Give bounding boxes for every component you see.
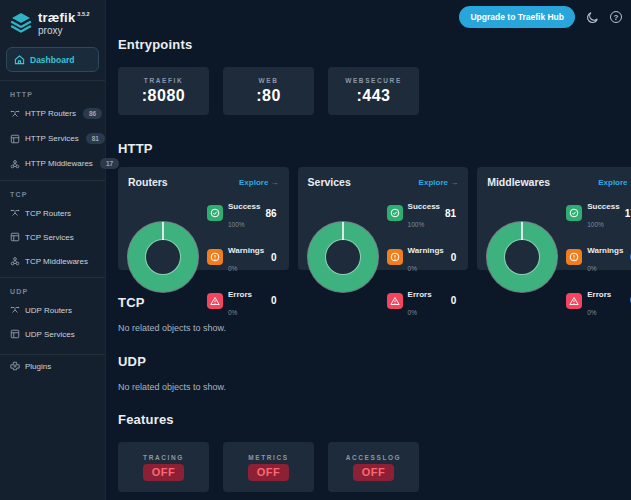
help-button[interactable]: ? (610, 11, 622, 23)
stat-label: Success (587, 202, 619, 211)
upgrade-to-traefik-hub-button[interactable]: Upgrade to Traefik Hub (459, 6, 575, 28)
services-icon (10, 232, 20, 242)
sidebar-item-label: Dashboard (30, 55, 74, 65)
status-badge: OFF (248, 464, 290, 481)
router-icon (10, 109, 20, 119)
stat-value: 17 (625, 208, 631, 219)
stat-percent: 100% (228, 221, 245, 228)
explore-services-link[interactable]: Explore → (419, 178, 459, 187)
entrypoint-card-web: WEB :80 (223, 67, 314, 115)
stat-percent: 100% (587, 221, 604, 228)
entrypoint-name: TRAEFIK (144, 77, 183, 84)
udp-heading: UDP (118, 354, 622, 369)
plugins-icon (10, 361, 20, 371)
stat-label: Success (408, 202, 440, 211)
home-icon (14, 54, 25, 65)
http-heading: HTTP (118, 141, 622, 156)
sidebar-item-label: TCP Routers (25, 209, 71, 218)
sidebar-item-label: UDP Services (25, 330, 75, 339)
stat-label: Warnings (408, 246, 444, 255)
feature-name: TRACING (143, 454, 184, 461)
sidebar-item-tcp-services[interactable]: TCP Services (0, 225, 105, 249)
sidebar-section-http: HTTP HTTP Routers 86 HTTP Services 81 HT… (0, 80, 105, 180)
entrypoint-name: WEBSECURE (345, 77, 402, 84)
explore-routers-link[interactable]: Explore → (239, 178, 279, 187)
stat-percent: 0% (587, 309, 596, 316)
status-badge: OFF (143, 464, 185, 481)
entrypoint-card-traefik: TRAEFIK :8080 (118, 67, 209, 115)
http-cards: Routers Explore → Success100% 86 Warning… (118, 167, 622, 270)
sidebar-item-label: HTTP Services (25, 134, 79, 143)
feature-card-accesslog: ACCESSLOG OFF (328, 442, 419, 492)
stat-percent: 0% (408, 309, 417, 316)
feature-card-tracing: TRACING OFF (118, 442, 209, 492)
brand-subtitle: proxy (38, 26, 90, 36)
sidebar-item-label: TCP Middlewares (25, 257, 88, 266)
entrypoints-cards: TRAEFIK :8080 WEB :80 WEBSECURE :443 (118, 67, 622, 115)
stat-value: 81 (445, 208, 458, 219)
stat-percent: 100% (408, 221, 425, 228)
card-title: Services (308, 176, 351, 188)
sidebar-item-label: Plugins (25, 362, 51, 371)
stat-percent: 0% (587, 265, 596, 272)
entrypoint-port: :8080 (142, 87, 185, 105)
card-title: Routers (128, 176, 168, 188)
tcp-empty-message: No related objects to show. (118, 323, 622, 333)
entrypoints-heading: Entrypoints (118, 37, 622, 52)
middlewares-icon (10, 256, 20, 266)
warning-icon (566, 249, 582, 265)
main-content: Upgrade to Traefik Hub ? Entrypoints TRA… (106, 0, 631, 500)
explore-middlewares-link[interactable]: Explore → (598, 178, 631, 187)
entrypoint-name: WEB (259, 77, 279, 84)
warning-icon (387, 249, 403, 265)
sidebar-item-udp-services[interactable]: UDP Services (0, 322, 105, 346)
stat-percent: 0% (228, 265, 237, 272)
feature-name: METRICS (248, 454, 288, 461)
sidebar-item-udp-routers[interactable]: UDP Routers (0, 298, 105, 322)
stat-value: 86 (265, 208, 278, 219)
sidebar-item-label: HTTP Middlewares (25, 159, 93, 168)
stat-label: Warnings (587, 246, 623, 255)
entrypoint-port: :80 (256, 87, 281, 105)
sidebar-item-http-middlewares[interactable]: HTTP Middlewares 17 (0, 151, 105, 176)
status-badge: OFF (353, 464, 395, 481)
stat-value: 0 (451, 252, 459, 263)
card-title: Middlewares (487, 176, 550, 188)
version-label: 3.5.2 (77, 11, 89, 17)
sidebar-item-tcp-routers[interactable]: TCP Routers (0, 201, 105, 225)
stat-percent: 0% (408, 265, 417, 272)
sidebar: træfik3.5.2 proxy Dashboard HTTP HTTP Ro… (0, 0, 106, 500)
sidebar-section-tcp: TCP TCP Routers TCP Services TCP Middlew… (0, 180, 105, 277)
tcp-heading: TCP (118, 295, 622, 310)
entrypoint-port: :443 (356, 87, 390, 105)
services-icon (10, 134, 20, 144)
sidebar-item-label: HTTP Routers (25, 109, 76, 118)
stat-label: Success (228, 202, 260, 211)
stat-row-success: Success100% 81 (387, 195, 459, 232)
stat-row-success: Success100% 17 (566, 195, 631, 232)
router-icon (10, 208, 20, 218)
stat-row-warnings: Warnings0% 0 (387, 239, 459, 276)
sidebar-item-http-routers[interactable]: HTTP Routers 86 (0, 101, 105, 126)
sidebar-item-plugins[interactable]: Plugins (0, 354, 105, 377)
stat-row-success: Success100% 86 (207, 195, 279, 232)
entrypoint-card-websecure: WEBSECURE :443 (328, 67, 419, 115)
success-icon (387, 205, 403, 221)
sidebar-item-http-services[interactable]: HTTP Services 81 (0, 126, 105, 151)
sidebar-item-label: TCP Services (25, 233, 74, 242)
features-cards: TRACING OFF METRICS OFF ACCESSLOG OFF (118, 442, 622, 492)
sidebar-item-dashboard[interactable]: Dashboard (6, 47, 99, 72)
stat-value: 0 (271, 252, 279, 263)
middlewares-donut-chart (487, 222, 557, 292)
http-services-card: Services Explore → Success100% 81 Warnin… (298, 167, 469, 270)
traefik-logo-icon (9, 11, 33, 35)
sidebar-section-udp: UDP UDP Routers UDP Services (0, 277, 105, 350)
top-bar: Upgrade to Traefik Hub ? (118, 0, 622, 34)
app-logo: træfik3.5.2 proxy (0, 0, 105, 44)
help-icon: ? (610, 11, 622, 23)
stat-percent: 0% (228, 309, 237, 316)
sidebar-item-tcp-middlewares[interactable]: TCP Middlewares (0, 249, 105, 273)
warning-icon (207, 249, 223, 265)
success-icon (207, 205, 223, 221)
dark-mode-toggle[interactable] (586, 11, 599, 24)
